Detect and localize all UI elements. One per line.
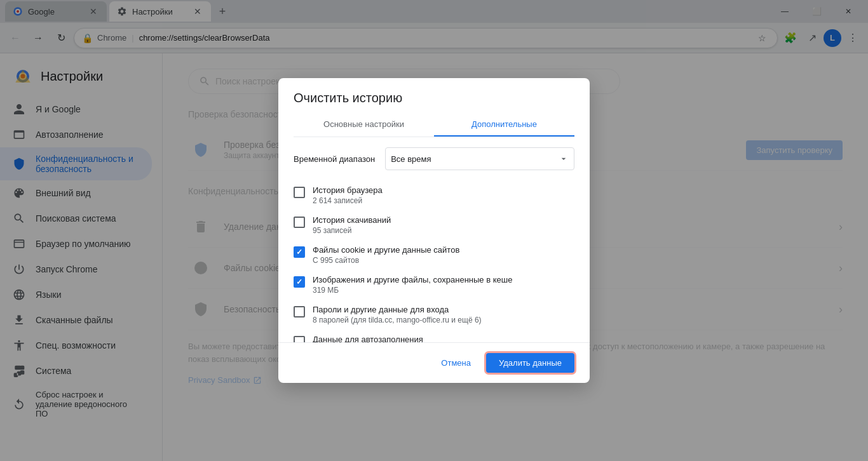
checkbox-passwords[interactable]: Пароли и другие данные для входа 8 парол… <box>294 300 574 330</box>
modal-title-bar: Очистить историю <box>278 78 590 105</box>
checkbox-autofill-data-box[interactable] <box>294 336 305 342</box>
checkbox-download-history-label: История скачиваний <box>313 215 574 225</box>
modal-title: Очистить историю <box>294 91 574 105</box>
checkbox-browser-history-label: История браузера <box>313 185 574 195</box>
clear-history-modal: Очистить историю Основные настройки Допо… <box>278 78 590 383</box>
modal-tabs: Основные настройки Дополнительные <box>294 113 574 137</box>
checkbox-browser-history-box[interactable] <box>294 187 305 198</box>
cancel-button[interactable]: Отмена <box>431 353 481 373</box>
checkbox-download-history-box[interactable] <box>294 217 305 228</box>
checkbox-download-history[interactable]: История скачиваний 95 записей <box>294 210 574 240</box>
modal-overlay[interactable]: Очистить историю Основные настройки Допо… <box>0 0 868 461</box>
time-range-label: Временной диапазон <box>294 154 375 164</box>
checkbox-cache-label: Изображения и другие файлы, сохраненные … <box>313 275 574 284</box>
checkbox-passwords-label: Пароли и другие данные для входа <box>313 305 574 314</box>
checkbox-browser-history-sub: 2 614 записей <box>313 196 574 205</box>
tab-basic[interactable]: Основные настройки <box>294 113 434 137</box>
tab-advanced[interactable]: Дополнительные <box>434 113 574 137</box>
time-range-select[interactable]: Все время Последний час Последние 24 час… <box>385 147 574 170</box>
checkbox-download-history-sub: 95 записей <box>313 226 574 235</box>
checkbox-passwords-box[interactable] <box>294 306 305 317</box>
checkbox-autofill-data-label: Данные для автозаполнения <box>313 335 574 342</box>
browser-frame: Google ✕ Настройки ✕ + — ⬜ ✕ ← → ↻ 🔒 Chr… <box>0 0 868 461</box>
time-range-row: Временной диапазон Все время Последний ч… <box>294 147 574 170</box>
checkbox-cache-box[interactable]: ✓ <box>294 276 305 288</box>
checkbox-cache-sub: 319 МБ <box>313 286 574 295</box>
checkbox-cache[interactable]: ✓ Изображения и другие файлы, сохраненны… <box>294 270 574 300</box>
modal-body: Временной диапазон Все время Последний ч… <box>278 137 590 342</box>
checkbox-cookies[interactable]: ✓ Файлы cookie и другие данные сайтов С … <box>294 240 574 270</box>
checkbox-cookies-sub: С 995 сайтов <box>313 256 574 265</box>
checkmark-cache: ✓ <box>296 277 302 286</box>
modal-footer: Отмена Удалить данные <box>278 342 590 383</box>
checkbox-autofill-data[interactable]: Данные для автозаполнения <box>294 330 574 342</box>
checkmark-cookies: ✓ <box>296 248 302 257</box>
checkbox-cookies-box[interactable]: ✓ <box>294 246 305 258</box>
checkbox-passwords-sub: 8 паролей (для tilda.cc, mango-office.ru… <box>313 316 574 324</box>
checkbox-browser-history[interactable]: История браузера 2 614 записей <box>294 180 574 210</box>
delete-data-button[interactable]: Удалить данные <box>486 353 574 373</box>
checkbox-cookies-label: Файлы cookie и другие данные сайтов <box>313 245 574 255</box>
